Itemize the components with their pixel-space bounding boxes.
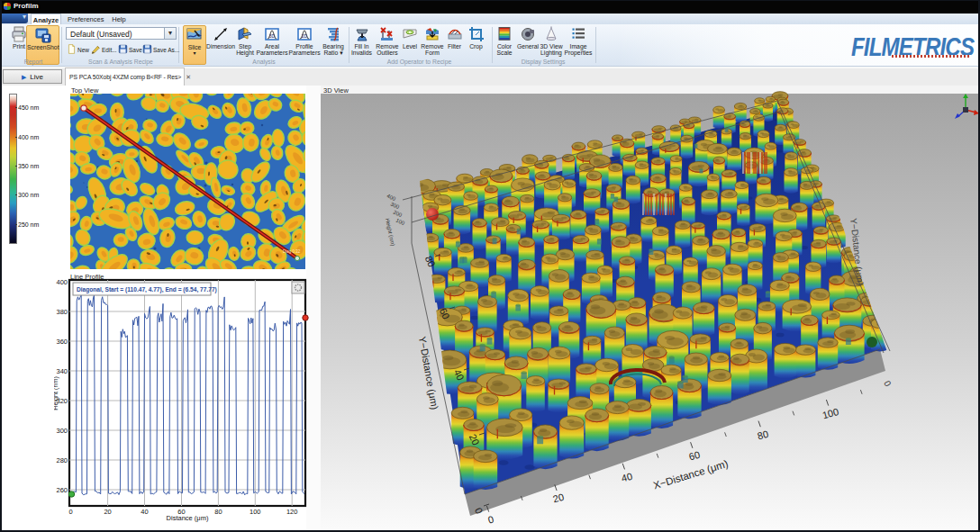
svg-text:280: 280 [56, 456, 68, 464]
svg-text:340: 340 [56, 367, 68, 375]
svg-text:400: 400 [56, 278, 68, 286]
svg-text:260: 260 [56, 486, 68, 494]
svg-text:380: 380 [56, 308, 68, 316]
svg-text:20: 20 [104, 508, 111, 516]
svg-text:3D View: 3D View [323, 86, 349, 95]
svg-text:40: 40 [141, 508, 148, 516]
svg-text:100: 100 [250, 508, 261, 516]
svg-text:120: 120 [286, 508, 298, 516]
svg-text:3D: 3D [269, 33, 276, 39]
svg-text:80: 80 [214, 508, 222, 516]
svg-text:0: 0 [69, 508, 73, 516]
svg-text:Diag 0.32: Diag 0.32 [283, 249, 301, 254]
svg-text:360: 360 [56, 338, 68, 346]
svg-text:Diagonal, Start = (110.47, 4.7: Diagonal, Start = (110.47, 4.77), End = … [77, 286, 217, 293]
svg-text:Height (nm): Height (nm) [54, 376, 59, 410]
svg-text:2D: 2D [302, 33, 308, 39]
svg-text:Distance (μm): Distance (μm) [167, 514, 209, 522]
svg-text:300: 300 [56, 427, 68, 435]
